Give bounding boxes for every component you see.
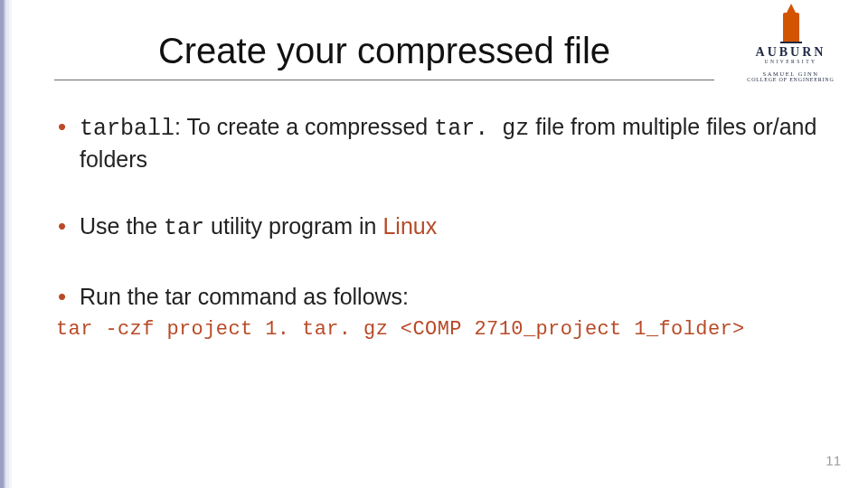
code-tar: tar <box>164 215 204 241</box>
bullet-2-mid: utility program in <box>204 213 382 239</box>
title-underline <box>54 80 714 80</box>
tower-icon <box>783 13 799 42</box>
command-line: tar -czf project 1. tar. gz <COMP 2710_p… <box>54 318 837 341</box>
code-tarball: tarball <box>80 116 175 142</box>
bullet-list: tarball: To create a compressed tar. gz … <box>54 112 837 311</box>
logo-dept-line2: COLLEGE OF ENGINEERING <box>747 77 834 82</box>
bullet-3: Run the tar command as follows: <box>54 282 837 312</box>
slide-title: Create your compressed file <box>54 31 714 71</box>
logo-university: UNIVERSITY <box>765 59 817 64</box>
bullet-2-lead: Use the <box>80 213 164 239</box>
page-number: 11 <box>826 453 841 468</box>
logo-dept-line1: SAMUEL GINN <box>763 70 819 77</box>
slide-content: tarball: To create a compressed tar. gz … <box>54 112 837 341</box>
bullet-1: tarball: To create a compressed tar. gz … <box>54 112 837 174</box>
linux-text: Linux <box>382 213 437 239</box>
bullet-2: Use the tar utility program in Linux <box>54 211 837 244</box>
auburn-logo: AUBURN UNIVERSITY SAMUEL GINN COLLEGE OF… <box>739 13 843 82</box>
logo-name: AUBURN <box>756 45 826 60</box>
bullet-1-mid1: : To create a compressed <box>175 114 434 139</box>
code-targz: tar. gz <box>434 116 529 142</box>
bullet-3-text: Run the tar command as follows: <box>80 284 409 309</box>
decorative-left-rail <box>0 0 22 488</box>
slide: AUBURN UNIVERSITY SAMUEL GINN COLLEGE OF… <box>0 0 868 488</box>
